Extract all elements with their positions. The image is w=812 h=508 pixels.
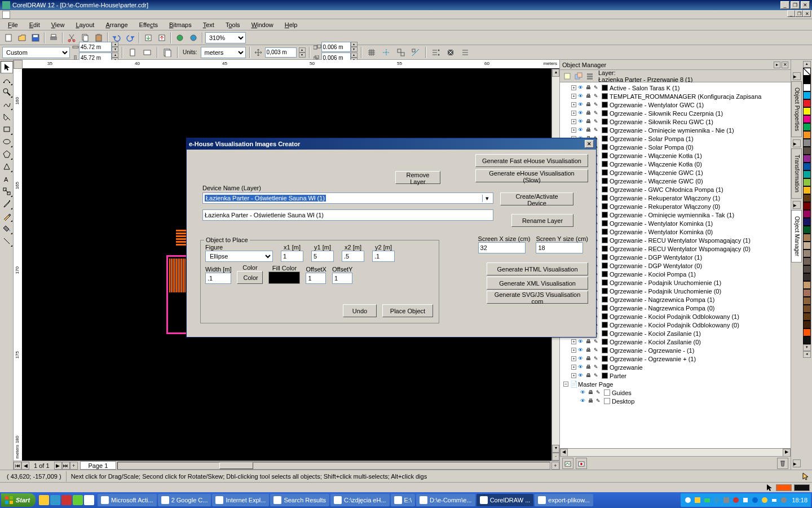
color-swatch[interactable] <box>602 288 608 294</box>
dup-x-input[interactable] <box>321 42 351 52</box>
color-swatch[interactable] <box>602 152 608 159</box>
color-button[interactable]: Color <box>237 271 263 284</box>
color-swatch[interactable] <box>602 127 608 133</box>
palette-up-button[interactable]: ▴ <box>803 61 811 68</box>
snap-to-guides-button[interactable] <box>380 46 392 59</box>
print-icon[interactable]: 🖶 <box>586 102 594 108</box>
color-swatch[interactable] <box>602 203 608 209</box>
print-icon[interactable]: 🖶 <box>586 356 594 362</box>
color-swatch[interactable] <box>803 155 811 163</box>
expand-icon[interactable]: + <box>571 373 576 378</box>
options-button-2[interactable] <box>459 46 471 59</box>
obj-width-input[interactable] <box>205 273 231 284</box>
treat-as-filled-button[interactable] <box>444 46 457 59</box>
pencil-icon[interactable]: ✎ <box>594 373 602 379</box>
color-swatch[interactable] <box>602 356 608 362</box>
color-swatch[interactable] <box>602 322 608 328</box>
color-swatch[interactable] <box>803 242 811 249</box>
smart-drawing-tool[interactable] <box>1 111 13 123</box>
print-icon[interactable]: 🖶 <box>586 347 594 353</box>
nudge-spinner[interactable]: ▴▾ <box>299 47 306 58</box>
print-icon[interactable]: 🖶 <box>586 85 594 91</box>
eye-icon[interactable]: 👁 <box>578 85 586 91</box>
zoom-out-button[interactable]: - <box>552 453 559 461</box>
options-button[interactable] <box>430 46 442 59</box>
zoom-tool[interactable] <box>1 86 13 98</box>
expand-icon[interactable]: + <box>571 128 576 133</box>
show-object-props-button[interactable] <box>562 71 572 81</box>
color-swatch[interactable] <box>803 84 811 91</box>
pencil-icon[interactable]: ✎ <box>594 364 602 370</box>
color-swatch[interactable] <box>803 273 811 281</box>
x1-input[interactable] <box>281 251 303 262</box>
menu-edit[interactable]: Edit <box>24 20 46 29</box>
color-swatch[interactable] <box>602 339 608 345</box>
color-swatch[interactable] <box>602 254 608 260</box>
color-swatch[interactable] <box>602 279 608 286</box>
app-launcher-button[interactable] <box>174 32 186 44</box>
tab-object-properties[interactable]: Object Properties <box>791 81 802 137</box>
eye-icon[interactable]: 👁 <box>578 110 586 116</box>
color-swatch[interactable] <box>602 271 608 277</box>
color-swatch[interactable] <box>602 296 608 303</box>
color-swatch[interactable] <box>803 329 811 336</box>
color-swatch[interactable] <box>602 102 608 108</box>
expand-icon[interactable]: + <box>571 365 576 370</box>
color-swatch[interactable] <box>803 99 811 107</box>
y2-input[interactable] <box>372 251 395 262</box>
palette-flyout-button[interactable]: ◂ <box>803 351 811 358</box>
layer-row[interactable]: +👁🖶✎Parter <box>561 371 789 380</box>
new-button[interactable] <box>2 32 15 44</box>
taskbar-item[interactable]: D:\e-Comm\e... <box>416 494 475 506</box>
expand-icon[interactable]: + <box>571 111 576 116</box>
menu-effects[interactable]: Effects <box>134 20 164 29</box>
layer-row[interactable]: +👁🖶✎Ogrzewanie - Ominięcie wymiennika - … <box>561 126 789 134</box>
eye-icon[interactable]: 👁 <box>578 339 586 345</box>
mdi-restore-button[interactable]: ❐ <box>795 10 803 17</box>
horizontal-scrollbar[interactable] <box>117 462 550 470</box>
mdi-close-button[interactable]: ✕ <box>803 10 811 17</box>
outline-tool[interactable] <box>1 210 13 222</box>
color-swatch[interactable] <box>803 289 811 297</box>
pick-tool[interactable] <box>1 61 13 73</box>
color-swatch[interactable] <box>803 194 811 202</box>
delete-button[interactable] <box>777 458 788 469</box>
polygon-tool[interactable] <box>1 148 13 160</box>
color-swatch[interactable] <box>803 186 811 194</box>
menu-tools[interactable]: Tools <box>220 20 246 29</box>
tray-icon[interactable] <box>751 496 759 504</box>
new-master-layer-button[interactable] <box>576 458 587 469</box>
document-icon[interactable] <box>2 11 10 19</box>
tray-icon[interactable] <box>694 496 701 504</box>
menu-help[interactable]: Help <box>279 20 303 29</box>
desktop-row[interactable]: 👁🖶✎Desktop <box>561 397 789 405</box>
docker-menu-button[interactable]: ▸ <box>774 62 780 68</box>
eye-icon[interactable]: 👁 <box>578 93 586 99</box>
start-button[interactable]: Start <box>1 493 36 507</box>
print-button[interactable] <box>47 32 60 44</box>
color-swatch[interactable] <box>602 229 608 235</box>
pencil-icon[interactable]: ✎ <box>594 119 602 125</box>
docker-hscroll[interactable]: ◀▶ <box>560 448 791 456</box>
color-swatch[interactable] <box>602 212 608 218</box>
rectangle-tool[interactable] <box>1 123 13 135</box>
paper-preset-select[interactable]: Custom <box>2 47 70 58</box>
fill-tool[interactable] <box>1 222 13 235</box>
pencil-icon[interactable]: ✎ <box>594 347 602 353</box>
tray-icon[interactable] <box>722 496 730 504</box>
redo-button[interactable] <box>124 32 136 44</box>
expand-icon[interactable]: − <box>563 382 568 387</box>
snap-to-objects-button[interactable] <box>395 46 407 59</box>
color-swatch[interactable] <box>602 364 608 370</box>
tray-icon[interactable] <box>742 496 749 504</box>
fill-color-button[interactable] <box>268 271 300 284</box>
eye-icon[interactable]: 👁 <box>578 127 586 133</box>
open-button[interactable] <box>16 32 28 44</box>
color-swatch[interactable] <box>602 313 608 319</box>
horizontal-ruler[interactable]: 35 40 45 50 55 60 meters <box>14 60 559 69</box>
mdi-minimize-button[interactable]: _ <box>787 10 795 17</box>
color-swatch[interactable] <box>803 123 811 131</box>
color-swatch[interactable] <box>803 91 811 99</box>
guides-row[interactable]: 👁🖶✎Guides <box>561 388 789 397</box>
vertical-ruler[interactable]: 160 165 170 175 180 meters <box>14 69 23 461</box>
